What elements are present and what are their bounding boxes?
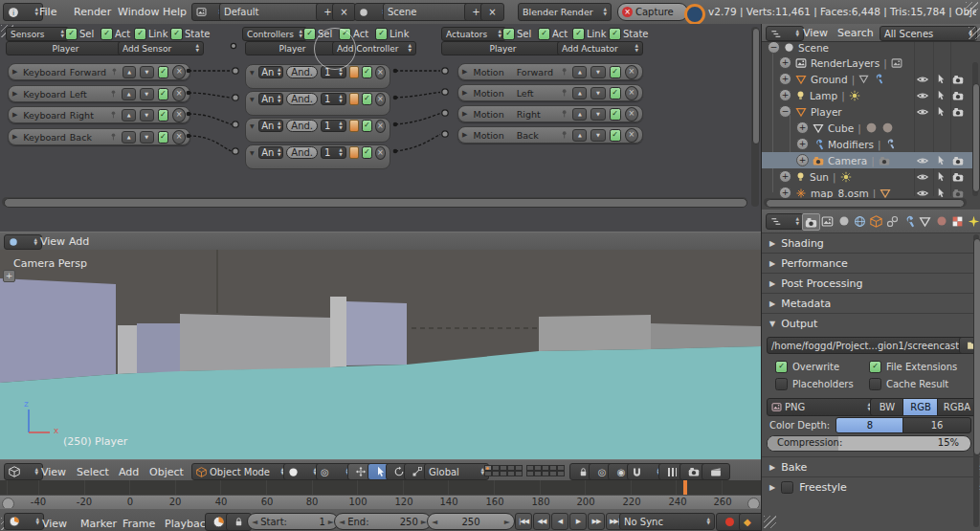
layers-group-2[interactable] <box>526 465 565 476</box>
file-extensions-checkbox[interactable]: ✓ <box>869 361 881 373</box>
sync-mode-select[interactable]: No Sync ▲▼ <box>619 513 715 530</box>
move-up-button[interactable]: ▲ <box>572 66 587 78</box>
cursor-icon[interactable] <box>936 74 947 84</box>
move-up-button[interactable]: ▲ <box>572 87 587 100</box>
controller-name-field[interactable]: And. <box>286 146 318 159</box>
move-down-button[interactable]: ▼ <box>140 109 154 122</box>
move-up-button[interactable]: ▲ <box>122 66 136 78</box>
controller-state-stepper[interactable]: 1▲▼ <box>321 146 346 159</box>
item-label[interactable]: Scene <box>798 42 829 54</box>
expand-icon[interactable]: ▶ <box>462 68 470 76</box>
panel-output[interactable]: ▼ Output ∷∷ <box>762 313 980 334</box>
region-plus-button[interactable]: + <box>3 270 15 282</box>
profile-icon[interactable] <box>349 120 360 132</box>
sensor-row-forward[interactable]: ▶ Keyboard Forward ▲▼ ✓ × <box>8 63 190 80</box>
expand-icon[interactable]: + <box>796 138 809 150</box>
profile-icon[interactable] <box>349 93 360 105</box>
sensors-owner-field[interactable]: Player <box>6 41 125 55</box>
expand-icon[interactable]: + <box>796 122 809 134</box>
outliner-hscrollbar-thumb[interactable] <box>766 199 965 208</box>
delete-controller-button[interactable]: × <box>375 93 386 106</box>
file-format-select[interactable]: PNG ▲▼ <box>767 398 876 416</box>
move-up-button[interactable]: ▲ <box>572 129 587 142</box>
controller-type-select[interactable]: An▲▼ <box>258 146 283 159</box>
layer-cell[interactable] <box>492 471 500 476</box>
actuator-enable-checkbox[interactable]: ✓ <box>610 87 621 100</box>
pin-icon[interactable] <box>110 67 119 77</box>
channels-rgb-button[interactable]: RGB <box>902 398 939 416</box>
sensor-enable-checkbox[interactable]: ✓ <box>158 131 169 144</box>
depth-16-button[interactable]: 16 <box>902 417 971 433</box>
move-down-button[interactable]: ▼ <box>140 88 154 100</box>
controller-state-stepper[interactable]: 1▲▼ <box>321 93 346 105</box>
outliner-item-sun[interactable]: + Sun | <box>762 168 980 185</box>
depth-8-button[interactable]: 8 <box>835 417 904 433</box>
tab-render-layers[interactable] <box>819 213 835 229</box>
delete-controller-button[interactable]: × <box>375 66 386 79</box>
output-path-field[interactable]: /home/foggd/Project...gion1/screencast/v… <box>767 337 966 354</box>
actuator-row-left[interactable]: ▶ Motion Left ▲▼ ✓ × <box>457 84 643 101</box>
controller-name-field[interactable]: And. <box>286 120 318 132</box>
controller-type-select[interactable]: An▲▼ <box>258 66 283 78</box>
cursor-icon[interactable] <box>936 188 947 198</box>
camera-restrict-icon[interactable] <box>952 171 964 183</box>
cache-result-checkbox[interactable]: ✓ <box>869 378 881 390</box>
mode-select[interactable]: Object Mode ▲▼ <box>191 463 289 480</box>
layout-delete-button[interactable]: × <box>332 3 356 21</box>
sensor-type[interactable]: Keyboard <box>23 110 66 121</box>
collapse-icon[interactable]: ▼ <box>250 149 256 156</box>
sensor-type[interactable]: Keyboard <box>23 132 66 143</box>
eye-icon[interactable] <box>917 171 928 183</box>
menu-window[interactable]: Window <box>118 6 159 18</box>
freestyle-checkbox[interactable]: ✓ <box>781 481 793 494</box>
scene-delete-button[interactable]: × <box>480 3 504 21</box>
sensor-name[interactable]: Back <box>70 132 106 143</box>
controller-block-4[interactable]: ▼ An▲▼ And. 1▲▼ ✓ × <box>245 144 390 169</box>
eye-icon[interactable] <box>917 74 928 85</box>
outliner-vscrollbar-thumb[interactable] <box>972 83 980 192</box>
item-label[interactable]: Player <box>811 106 842 118</box>
timeline-ruler[interactable]: -40 -20 0 20 40 60 80 100 120 140 160 18… <box>0 495 761 509</box>
layout-name-field[interactable]: Default <box>219 3 323 21</box>
sensors-type-select[interactable]: Sensors ▲▼ <box>6 27 69 41</box>
sensor-type[interactable]: Keyboard <box>23 67 66 77</box>
actuators-owner-field[interactable]: Player <box>441 41 565 55</box>
editor-type-info-button[interactable]: ▲▼ <box>3 3 43 21</box>
camera-restrict-icon[interactable] <box>952 90 964 101</box>
controller-state-stepper[interactable]: 1▲▼ <box>321 120 346 132</box>
move-down-button[interactable]: ▼ <box>590 66 605 78</box>
delete-sensor-button[interactable]: × <box>172 87 186 101</box>
expand-icon[interactable]: + <box>779 73 791 85</box>
window-resize-grip[interactable] <box>966 2 978 14</box>
end-frame-field[interactable]: ◄ End: 250 ► <box>334 513 432 530</box>
delete-controller-button[interactable]: × <box>375 120 386 133</box>
compression-slider[interactable]: Compression: 15% <box>767 435 971 452</box>
camera-restrict-icon[interactable] <box>952 155 964 166</box>
pin-icon[interactable] <box>560 130 568 140</box>
item-label[interactable]: Camera <box>828 155 867 166</box>
editor-type-outliner-button[interactable]: ▲▼ <box>766 26 804 41</box>
delete-controller-button[interactable]: × <box>375 146 386 160</box>
render-engine-select[interactable]: Blender Render ▲▼ <box>518 3 612 21</box>
play-reverse-button[interactable]: ◀ <box>551 513 568 530</box>
item-label[interactable]: RenderLayers <box>811 57 880 69</box>
expand-icon[interactable]: + <box>796 154 809 166</box>
actuators-filter-state-checkbox[interactable]: ✓ <box>609 28 621 40</box>
outliner-item-renderlayers[interactable]: + RenderLayers | <box>762 55 980 71</box>
outliner-item-camera[interactable]: + Camera | <box>762 152 980 168</box>
item-label[interactable]: map_8.osm <box>811 188 869 199</box>
cursor-icon[interactable] <box>936 171 947 182</box>
pin-icon[interactable] <box>109 110 118 120</box>
menu-object[interactable]: Object <box>149 466 184 478</box>
collapse-icon[interactable]: − <box>768 41 780 54</box>
layer-cell[interactable] <box>534 471 542 476</box>
collapse-icon[interactable]: − <box>779 105 791 118</box>
controller-name-field[interactable]: And. <box>286 93 318 105</box>
layer-cell[interactable] <box>557 471 565 476</box>
outliner-item-lamp[interactable]: + Lamp | <box>762 87 980 103</box>
sensor-row-left[interactable]: ▶ Keyboard Left ▲▼ ✓ × <box>8 85 190 102</box>
actuators-filter-sel-checkbox[interactable]: ✓ <box>502 28 515 40</box>
move-up-button[interactable]: ▲ <box>572 108 587 121</box>
cursor-icon[interactable] <box>936 90 947 100</box>
panel-metadata[interactable]: ▶ Metadata ∷∷ <box>762 293 980 314</box>
